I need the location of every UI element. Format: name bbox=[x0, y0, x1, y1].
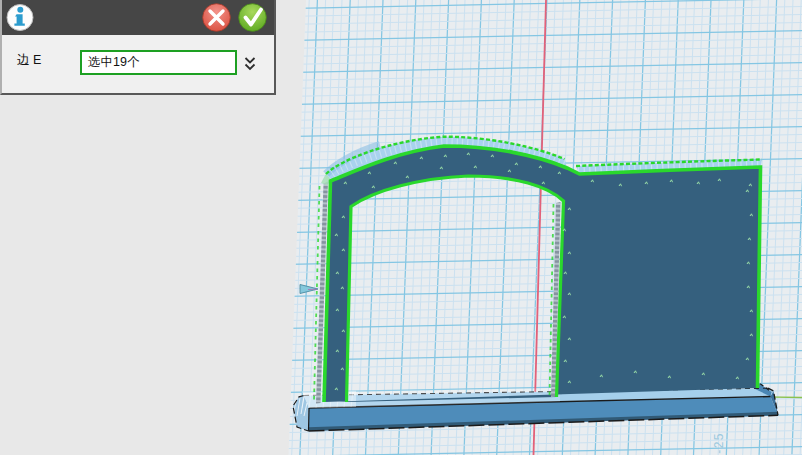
svg-text:0-25: 0-25 bbox=[712, 432, 726, 455]
